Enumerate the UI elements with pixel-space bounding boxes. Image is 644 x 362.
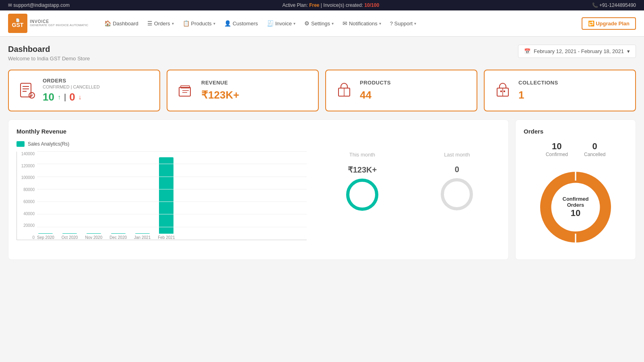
chevron-down-icon: ▾ bbox=[379, 21, 381, 26]
bar-feb2021: Feb 2021 bbox=[158, 157, 175, 240]
nav-orders[interactable]: ☰ Orders ▾ bbox=[143, 17, 178, 30]
last-month-ring bbox=[441, 178, 473, 210]
summary-cards: ORDERS CONFIRMED | CANCELLED 10 ↑ | 0 ↓ bbox=[8, 70, 636, 111]
chevron-down-icon: ▾ bbox=[172, 21, 174, 26]
nav-support[interactable]: ? Support ▾ bbox=[386, 17, 420, 30]
y-axis: 0 20000 40000 60000 80000 100000 120000 … bbox=[17, 152, 36, 240]
nav-dashboard[interactable]: 🏠 Dashboard bbox=[100, 17, 142, 30]
home-icon: 🏠 bbox=[104, 20, 111, 27]
products-card-content: PRODUCTS 44 bbox=[360, 80, 469, 101]
products-card[interactable]: PRODUCTS 44 bbox=[325, 70, 477, 111]
main-nav: 🏠 Dashboard ☰ Orders ▾ 📋 Products ▾ 👤 Cu… bbox=[100, 17, 577, 30]
bottom-section: Monthly Revenue Sales Analytics(Rs) 0 20… bbox=[8, 119, 636, 260]
plan-type: Free bbox=[309, 2, 319, 8]
collections-card-icon bbox=[493, 80, 513, 101]
main-content: Dashboard Welcome to India GST Demo Stor… bbox=[0, 37, 644, 268]
nav-notifications[interactable]: ✉ Notifications ▾ bbox=[339, 17, 385, 30]
donut-chart: Confirmed Orders 10 bbox=[531, 163, 620, 251]
revenue-card[interactable]: REVENUE ₹123K+ bbox=[167, 70, 319, 111]
orders-card-content: ORDERS CONFIRMED | CANCELLED 10 ↑ | 0 ↓ bbox=[43, 78, 151, 103]
phone-number: 📞 +91-1244895490 bbox=[592, 2, 636, 8]
nav-products[interactable]: 📋 Products ▾ bbox=[179, 17, 219, 30]
dashboard-header: Dashboard Welcome to India GST Demo Stor… bbox=[8, 45, 636, 62]
chevron-down-icon: ▾ bbox=[332, 21, 334, 26]
svg-rect-13 bbox=[500, 90, 502, 92]
bar-oct2020: Oct 2020 bbox=[62, 233, 78, 240]
customers-icon: 👤 bbox=[224, 20, 231, 27]
orders-icon: ☰ bbox=[147, 20, 153, 27]
bar-chart: 0 20000 40000 60000 80000 100000 120000 … bbox=[17, 152, 307, 240]
down-arrow-icon: ↓ bbox=[78, 94, 82, 101]
chevron-down-icon: ▾ bbox=[293, 21, 295, 26]
chart-legend: Sales Analytics(Rs) bbox=[17, 141, 500, 147]
nav-settings[interactable]: ⚙ Settings ▾ bbox=[300, 17, 338, 30]
calendar-icon: 📅 bbox=[524, 48, 530, 54]
legend-color-box bbox=[17, 141, 25, 147]
svg-rect-5 bbox=[179, 87, 190, 96]
chart-area: 0 20000 40000 60000 80000 100000 120000 … bbox=[17, 152, 500, 240]
confirmed-stat: 10 Confirmed bbox=[546, 141, 568, 157]
products-card-icon bbox=[334, 80, 354, 101]
header-nav: 📄 GST INVOICE GENERATE GST INVOICE AUTOM… bbox=[0, 10, 644, 37]
notifications-icon: ✉ bbox=[343, 20, 347, 27]
last-month-col: Last month 0 bbox=[414, 152, 500, 240]
revenue-card-content: REVENUE ₹123K+ bbox=[201, 80, 310, 101]
svg-rect-14 bbox=[504, 90, 505, 92]
bar-nov2020: Nov 2020 bbox=[85, 233, 102, 240]
date-range-picker[interactable]: 📅 February 12, 2021 - February 18, 2021 … bbox=[518, 45, 636, 58]
upgrade-plan-button[interactable]: 🔁 Upgrade Plan bbox=[582, 17, 636, 30]
logo-icon: 📄 GST bbox=[8, 14, 27, 33]
collections-card-content: COLLECTIONS 1 bbox=[518, 80, 627, 101]
chevron-down-icon: ▾ bbox=[213, 21, 215, 26]
chart-title: Monthly Revenue bbox=[17, 128, 500, 135]
nav-invoice[interactable]: 🧾 Invoice ▾ bbox=[263, 17, 299, 30]
logo[interactable]: 📄 GST INVOICE GENERATE GST INVOICE AUTOM… bbox=[8, 14, 88, 33]
chevron-down-icon: ▾ bbox=[627, 48, 630, 54]
settings-icon: ⚙ bbox=[304, 20, 310, 27]
top-bar: ✉ support@indiagstapp.com Active Plan: F… bbox=[0, 0, 644, 10]
invoice-count: 10/100 bbox=[364, 2, 379, 8]
analytics-panel: This month ₹123K+ Last month 0 bbox=[319, 152, 500, 240]
this-month-ring bbox=[346, 179, 378, 211]
chevron-down-icon: ▾ bbox=[414, 21, 416, 26]
logo-text: INVOICE GENERATE GST INVOICE AUTOMATIC bbox=[30, 19, 88, 27]
page-subtitle: Welcome to India GST Demo Store bbox=[8, 56, 90, 62]
bar-jan2021: Jan 2021 bbox=[134, 233, 151, 240]
orders-card[interactable]: ORDERS CONFIRMED | CANCELLED 10 ↑ | 0 ↓ bbox=[8, 70, 160, 111]
products-icon: 📋 bbox=[183, 20, 190, 27]
nav-customers[interactable]: 👤 Customers bbox=[220, 17, 262, 30]
orders-stats: 10 Confirmed 0 Cancelled bbox=[546, 141, 606, 157]
invoice-icon: 🧾 bbox=[267, 20, 274, 27]
bar-chart-inner: 0 20000 40000 60000 80000 100000 120000 … bbox=[17, 152, 307, 240]
revenue-card-icon bbox=[175, 80, 196, 101]
chart-panel: Monthly Revenue Sales Analytics(Rs) 0 20… bbox=[8, 119, 509, 260]
bar-dec2020: Dec 2020 bbox=[109, 233, 127, 240]
donut-label: Confirmed Orders 10 bbox=[553, 196, 598, 218]
bar-sep2020: Sep 2020 bbox=[37, 233, 54, 240]
orders-panel-title: Orders bbox=[524, 128, 543, 135]
dashboard-title-block: Dashboard Welcome to India GST Demo Stor… bbox=[8, 45, 90, 62]
this-month-col: This month ₹123K+ bbox=[319, 152, 405, 240]
orders-values: 10 ↑ | 0 ↓ bbox=[43, 91, 151, 103]
orders-card-icon bbox=[17, 80, 37, 101]
plan-info: Active Plan: Free | Invoice(s) created: … bbox=[282, 2, 379, 8]
page-title: Dashboard bbox=[8, 45, 90, 54]
cancelled-stat: 0 Cancelled bbox=[584, 141, 605, 157]
support-email: ✉ support@indiagstapp.com bbox=[8, 2, 70, 8]
collections-card[interactable]: COLLECTIONS 1 bbox=[484, 70, 636, 111]
orders-side-panel: Orders 10 Confirmed 0 Cancelled bbox=[515, 119, 636, 260]
up-arrow-icon: ↑ bbox=[58, 94, 61, 101]
